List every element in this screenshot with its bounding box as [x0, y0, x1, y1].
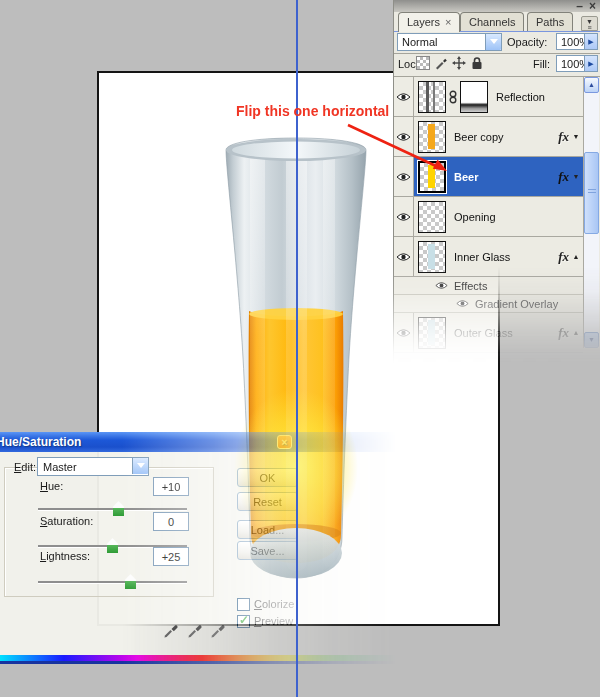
layer-thumbnail[interactable] — [418, 317, 446, 349]
visibility-toggle[interactable] — [394, 77, 414, 116]
tab-layers[interactable]: Layers× — [398, 12, 460, 32]
hue-saturation-dialog: Hue/Saturation × Edit: Master Hue: +10 S… — [0, 432, 436, 666]
thumbnail-content — [428, 244, 435, 269]
palette-close-button[interactable]: × — [589, 1, 596, 12]
chevron-down-icon[interactable] — [132, 458, 148, 474]
saturation-label: Saturation: — [40, 515, 93, 527]
saturation-value-field[interactable]: 0 — [153, 512, 189, 531]
lock-transparency-icon[interactable] — [416, 56, 430, 70]
preview-checkbox[interactable]: ✓ — [237, 615, 250, 628]
eye-icon[interactable] — [435, 281, 448, 290]
blend-mode-value: Normal — [402, 36, 437, 48]
collapse-effects-icon[interactable]: ▲ — [569, 253, 583, 260]
layer-row-opening[interactable]: Opening — [394, 197, 583, 237]
layer-name: Inner Glass — [454, 251, 510, 263]
layer-thumbnail[interactable] — [418, 81, 446, 113]
layer-style-fx-icon[interactable]: fx — [558, 129, 569, 145]
load-button[interactable]: Load... — [237, 520, 298, 539]
expand-effects-icon[interactable]: ▼ — [569, 133, 583, 140]
reset-button[interactable]: Reset — [237, 492, 298, 511]
ok-button[interactable]: OK — [237, 468, 298, 487]
eye-icon[interactable] — [456, 299, 469, 308]
tab-close-icon[interactable]: × — [445, 16, 451, 28]
eyedropper-plus-icon[interactable] — [187, 622, 203, 638]
new-layer-icon[interactable] — [523, 358, 536, 369]
layer-row-inner-glass[interactable]: Inner Glass fx ▲ — [394, 237, 583, 277]
opacity-field[interactable]: 100% ▶ — [556, 33, 598, 50]
layer-name: Outer Glass — [454, 327, 513, 339]
layer-style-fx-icon[interactable]: fx — [558, 169, 569, 185]
palette-minimize-button[interactable]: – — [576, 1, 583, 12]
layer-style-fx-icon[interactable]: fx — [558, 325, 569, 341]
hue-slider-track[interactable] — [38, 508, 187, 510]
blend-mode-row: Normal Opacity: 100% ▶ — [394, 32, 600, 53]
lightness-slider-track[interactable] — [38, 581, 187, 583]
layer-thumbnail[interactable] — [418, 201, 446, 233]
visibility-toggle[interactable] — [394, 197, 414, 236]
layer-thumbnail[interactable] — [418, 241, 446, 273]
annotation-arrow-icon — [340, 115, 455, 183]
layer-row-reflection[interactable]: Reflection — [394, 77, 583, 117]
dialog-body: Edit: Master Hue: +10 Saturation: 0 Ligh… — [0, 452, 436, 664]
chevron-down-icon[interactable] — [485, 34, 501, 50]
photoshop-workspace: Hue/Saturation × Edit: Master Hue: +10 S… — [0, 0, 600, 697]
dialog-close-button[interactable]: × — [277, 435, 292, 449]
delete-layer-icon[interactable] — [548, 358, 561, 369]
layers-scrollbar[interactable]: ▲ ▼ — [583, 77, 599, 348]
layer-name: Opening — [454, 211, 496, 223]
visibility-toggle[interactable] — [394, 313, 414, 352]
edit-label: Edit: — [14, 461, 36, 473]
layer-style-fx-icon[interactable]: fx — [558, 249, 569, 265]
lock-row: Lock: Fill: 100% ▶ — [394, 54, 600, 76]
effects-row[interactable]: Effects — [394, 277, 583, 295]
edit-channel-dropdown[interactable]: Master — [37, 457, 149, 476]
colorize-checkbox[interactable] — [237, 598, 250, 611]
palette-tabs: Layers× Channels Paths ▼≡ — [394, 12, 600, 31]
layer-name: Beer — [454, 171, 478, 183]
fill-field[interactable]: 100% ▶ — [556, 55, 598, 72]
layer-row-outer-glass[interactable]: Outer Glass fx ▲ — [394, 313, 583, 353]
scroll-up-icon[interactable]: ▲ — [584, 77, 599, 93]
fill-label: Fill: — [533, 58, 550, 70]
eye-icon — [396, 252, 411, 262]
save-button[interactable]: Save... — [237, 541, 298, 560]
lock-position-move-icon[interactable] — [452, 56, 466, 70]
tab-channels[interactable]: Channels — [460, 12, 524, 31]
hue-value-field[interactable]: +10 — [153, 477, 189, 496]
blend-mode-dropdown[interactable]: Normal — [397, 33, 502, 51]
expand-effects-icon[interactable]: ▼ — [569, 173, 583, 180]
opacity-arrow-icon[interactable]: ▶ — [584, 34, 597, 49]
lightness-value-field[interactable]: +25 — [153, 547, 189, 566]
effect-name: Gradient Overlay — [475, 298, 558, 310]
opacity-label: Opacity: — [507, 36, 547, 48]
lock-all-icon[interactable] — [470, 56, 484, 70]
hue-label: Hue: — [40, 480, 63, 492]
eye-icon — [396, 328, 411, 338]
dialog-title: Hue/Saturation — [0, 435, 81, 449]
mask-link-icon[interactable] — [449, 90, 457, 104]
layers-palette: – × Layers× Channels Paths ▼≡ Normal Opa… — [393, 0, 600, 366]
fill-arrow-icon[interactable]: ▶ — [584, 56, 597, 71]
preview-label: Preview — [254, 615, 293, 627]
lightness-label: Lightness: — [40, 550, 90, 562]
hue-ramp-output — [0, 668, 431, 677]
visibility-toggle[interactable] — [394, 237, 414, 276]
collapse-effects-icon[interactable]: ▲ — [569, 329, 583, 336]
tab-paths[interactable]: Paths — [527, 12, 573, 31]
layer-name: Beer copy — [454, 131, 504, 143]
scroll-down-icon[interactable]: ▼ — [584, 332, 599, 348]
layer-name: Reflection — [496, 91, 545, 103]
dialog-bottom-border — [0, 661, 436, 664]
eyedropper-minus-icon[interactable] — [210, 622, 226, 638]
palette-titlebar[interactable] — [394, 0, 600, 12]
eyedropper-icon[interactable] — [163, 622, 179, 638]
layer-mask-thumbnail[interactable] — [460, 81, 488, 113]
effects-label: Effects — [454, 280, 487, 292]
effect-gradient-overlay-row[interactable]: Gradient Overlay — [394, 295, 583, 313]
palette-menu-icon[interactable]: ▼≡ — [581, 16, 598, 31]
thumbnail-content — [428, 320, 435, 345]
lock-pixels-brush-icon[interactable] — [434, 56, 448, 70]
dialog-titlebar[interactable]: Hue/Saturation × — [0, 432, 436, 452]
eye-icon — [396, 212, 411, 222]
scrollbar-thumb[interactable] — [584, 152, 599, 234]
